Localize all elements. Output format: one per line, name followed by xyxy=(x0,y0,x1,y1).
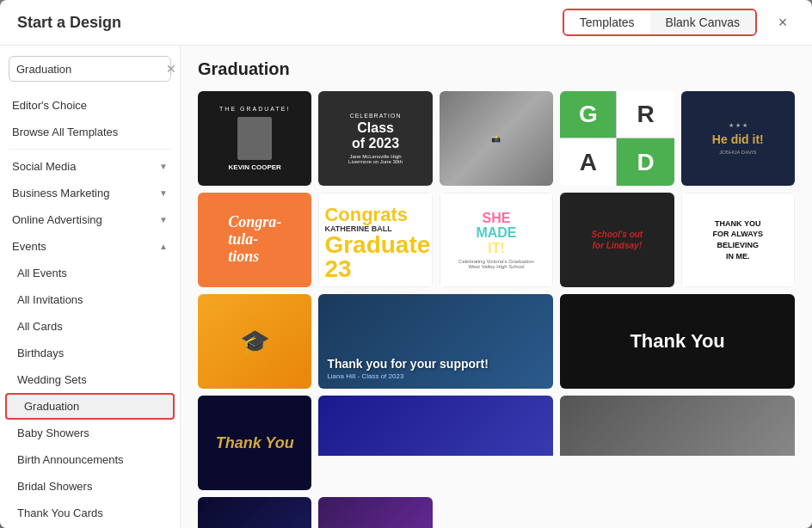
divider xyxy=(9,149,171,150)
sidebar-item-birth-announcements[interactable]: Birth Announcements xyxy=(0,446,180,473)
template-grid: THE GRADUATE! KEVIN COOPER CELEBRATION C… xyxy=(198,91,795,528)
template-card[interactable] xyxy=(198,497,311,528)
chevron-down-icon: ▼ xyxy=(159,215,168,224)
sidebar-item-label: Baby Showers xyxy=(17,427,89,439)
template-label: CELEBRATION xyxy=(350,113,402,119)
sidebar-item-all-invitations[interactable]: All Invitations xyxy=(0,286,180,313)
modal-body: ✕ 🔍 Editor's Choice Browse All Templates… xyxy=(0,46,812,528)
sidebar-item-label: Browse All Templates xyxy=(12,126,118,138)
section-title: Graduation xyxy=(198,59,795,79)
sidebar-item-label: Online Advertising xyxy=(12,213,102,226)
template-night xyxy=(198,497,311,528)
sidebar: ✕ 🔍 Editor's Choice Browse All Templates… xyxy=(0,46,181,528)
sidebar-item-baby-showers[interactable]: Baby Showers xyxy=(0,420,180,446)
template-congrats23: Congrats KATHERINE BALL Graduate 23 xyxy=(318,193,432,287)
template-card[interactable]: Thank You xyxy=(560,294,795,389)
sidebar-item-label: Graduation xyxy=(24,400,79,413)
template-silhouette: 🎓 xyxy=(198,294,311,389)
sidebar-item-label: Wedding Sets xyxy=(17,373,87,386)
template-thank-support: Thank you for your support! Liana Hill -… xyxy=(318,294,553,389)
template-card[interactable]: G R A D xyxy=(560,91,674,186)
sidebar-item-all-events[interactable]: All Events xyxy=(0,260,180,286)
template-card[interactable]: THE GRADUATE! KEVIN COOPER xyxy=(198,91,311,186)
main-content: Graduation THE GRADUATE! KEVIN COOPER CE… xyxy=(181,46,812,528)
chevron-up-icon: ▲ xyxy=(159,242,168,251)
template-grad-crowd xyxy=(560,396,795,456)
sidebar-item-label: All Invitations xyxy=(17,293,83,306)
search-input[interactable] xyxy=(16,63,161,76)
sidebar-item-label: Social Media xyxy=(12,160,76,173)
template-image xyxy=(237,117,272,160)
template-orange: Congra-tula-tions xyxy=(198,193,311,287)
sidebar-item-wedding-sets[interactable]: Wedding Sets xyxy=(0,366,180,393)
sidebar-item-label: Bridal Showers xyxy=(17,480,92,493)
template-card[interactable]: ★ ★ ★ He did it! JOSHUA DAVIS xyxy=(681,91,795,186)
template-card[interactable] xyxy=(318,396,553,490)
template-thank-you-gold: Thank You xyxy=(198,396,311,490)
template-card[interactable] xyxy=(318,497,432,528)
template-sub: Jane McLensville HighLivermore on June 3… xyxy=(348,154,403,164)
sidebar-item-all-cards[interactable]: All Cards xyxy=(0,313,180,340)
template-blue-sparkle xyxy=(318,396,553,456)
chevron-down-icon: ▼ xyxy=(159,162,168,171)
template-grad: G R A D xyxy=(560,91,674,186)
sidebar-item-thank-you-cards[interactable]: Thank You Cards xyxy=(0,500,180,526)
template-card[interactable]: CELEBRATION Classof 2023 Jane McLensvill… xyxy=(318,91,432,186)
template-card[interactable]: 📸 xyxy=(440,91,553,186)
sidebar-item-label: Birthdays xyxy=(17,347,64,359)
tab-blank-canvas[interactable]: Blank Canvas xyxy=(650,10,755,34)
chevron-down-icon: ▼ xyxy=(159,188,168,198)
sidebar-item-browse-all[interactable]: Browse All Templates xyxy=(0,119,180,145)
template-card[interactable]: THANK YOUFOR ALWAYSBELIEVINGIN ME. xyxy=(681,193,795,287)
search-clear-button[interactable]: ✕ xyxy=(166,62,176,76)
template-card[interactable]: Thank you for your support! Liana Hill -… xyxy=(318,294,553,389)
modal-container: Start a Design Templates Blank Canvas × … xyxy=(0,0,812,528)
template-she-made-it: SHE MADE IT! Celebrating Victoria's Grad… xyxy=(440,193,553,287)
search-box: ✕ 🔍 xyxy=(9,56,171,82)
sidebar-item-label: All Cards xyxy=(17,320,63,333)
template-card[interactable] xyxy=(560,396,795,490)
modal-header: Start a Design Templates Blank Canvas × xyxy=(0,0,812,46)
sidebar-item-label: Editor's Choice xyxy=(12,99,87,112)
tab-templates[interactable]: Templates xyxy=(564,10,650,34)
template-photo: 📸 xyxy=(440,91,553,186)
sidebar-item-label: Thank You Cards xyxy=(17,507,103,519)
template-label: THE GRADUATE! xyxy=(219,106,290,112)
template-card[interactable]: Thank You xyxy=(198,396,311,490)
sidebar-item-graduation[interactable]: Graduation xyxy=(5,393,175,420)
sidebar-item-social-media[interactable]: Social Media ▼ xyxy=(0,153,180,180)
template-navy: ★ ★ ★ He did it! JOSHUA DAVIS xyxy=(681,91,795,186)
template-thank-believe: THANK YOUFOR ALWAYSBELIEVINGIN ME. xyxy=(681,193,795,287)
template-text: Classof 2023 xyxy=(352,120,399,150)
sidebar-item-online-advertising[interactable]: Online Advertising ▼ xyxy=(0,206,180,233)
close-button[interactable]: × xyxy=(771,10,795,34)
template-name: KEVIN COOPER xyxy=(229,163,281,171)
tab-group: Templates Blank Canvas xyxy=(563,9,757,36)
template-card[interactable]: School's outfor Lindsay! xyxy=(560,193,674,287)
sidebar-item-editors-choice[interactable]: Editor's Choice xyxy=(0,92,180,119)
template-card[interactable]: Congrats KATHERINE BALL Graduate 23 xyxy=(318,193,432,287)
sidebar-item-label: Business Marketing xyxy=(12,187,109,200)
sidebar-item-birthdays[interactable]: Birthdays xyxy=(0,340,180,366)
sidebar-item-label: All Events xyxy=(17,267,67,279)
template-card[interactable]: Congra-tula-tions xyxy=(198,193,311,287)
modal-title: Start a Design xyxy=(17,14,121,32)
template-card[interactable]: SHE MADE IT! Celebrating Victoria's Grad… xyxy=(440,193,553,287)
sidebar-item-bridal-showers[interactable]: Bridal Showers xyxy=(0,473,180,500)
template-schools-out: School's outfor Lindsay! xyxy=(560,193,674,287)
sidebar-item-events[interactable]: Events ▲ xyxy=(0,233,180,260)
sidebar-item-label: Events xyxy=(12,240,46,253)
template-thank-you-center: Thank You xyxy=(560,294,795,389)
template-purple xyxy=(318,497,432,528)
template-card[interactable]: 🎓 xyxy=(198,294,311,389)
sidebar-item-business-marketing[interactable]: Business Marketing ▼ xyxy=(0,180,180,206)
sidebar-item-label: Birth Announcements xyxy=(17,453,124,466)
